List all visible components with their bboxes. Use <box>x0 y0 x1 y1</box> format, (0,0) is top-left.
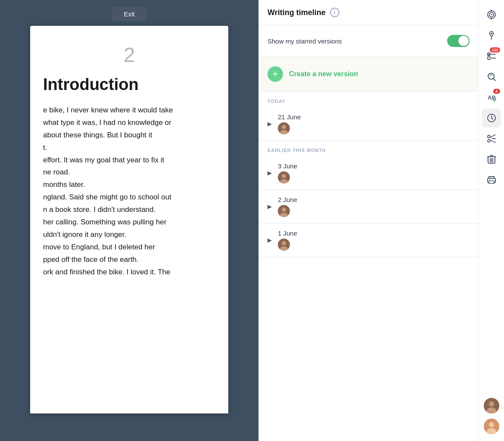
plus-button[interactable]: + <box>268 66 283 82</box>
info-label: i <box>334 9 335 16</box>
exit-button[interactable]: Exit <box>112 7 146 21</box>
starred-label: Show my starred versions <box>268 37 342 45</box>
svg-line-30 <box>490 140 495 143</box>
checklist-icon[interactable]: 122 <box>482 47 501 65</box>
section-label: TODAY <box>259 92 478 107</box>
version-info: 3 June <box>278 162 297 183</box>
document-page: 2 Introduction e bike, I never knew wher… <box>30 26 228 413</box>
version-date: 1 June <box>278 230 297 237</box>
page-number: 2 <box>43 43 215 67</box>
version-date: 2 June <box>278 196 297 203</box>
checklist-badge: 122 <box>490 47 500 53</box>
icon-toolbar: 122 AB 4 <box>478 0 504 441</box>
svg-rect-38 <box>489 181 494 183</box>
timeline-section: EARLIER THIS MONTH▶3 June ▶2 June ▶1 Jun… <box>259 141 478 257</box>
version-date: 3 June <box>278 162 297 170</box>
starred-versions-row: Show my starred versions <box>259 25 478 57</box>
version-entry[interactable]: ▶21 June <box>259 107 478 141</box>
version-avatar <box>278 239 290 251</box>
version-entry[interactable]: ▶2 June <box>259 190 478 224</box>
version-date: 21 June <box>278 113 301 121</box>
svg-text:AB: AB <box>488 94 496 101</box>
version-info: 2 June <box>278 196 297 217</box>
toggle-knob <box>458 36 469 46</box>
svg-point-14 <box>491 14 492 16</box>
version-entry[interactable]: ▶1 June <box>259 224 478 257</box>
version-avatar <box>278 205 290 217</box>
svg-point-1 <box>282 125 286 129</box>
history-icon[interactable] <box>482 109 501 127</box>
svg-point-10 <box>282 241 286 245</box>
scissors-icon[interactable] <box>482 129 501 148</box>
right-panel: Writing timeline i Show my starred versi… <box>258 0 504 441</box>
target-icon[interactable] <box>482 5 501 24</box>
starred-toggle[interactable] <box>447 35 470 47</box>
version-info: 21 June <box>278 113 301 134</box>
search-refresh-icon[interactable] <box>482 67 501 86</box>
play-icon: ▶ <box>268 170 272 176</box>
svg-point-44 <box>489 422 494 427</box>
svg-line-29 <box>490 135 495 137</box>
svg-point-7 <box>282 208 286 212</box>
svg-point-28 <box>488 140 490 142</box>
create-version-row[interactable]: + Create a new version <box>259 57 478 92</box>
info-icon[interactable]: i <box>330 8 339 17</box>
timeline-title: Writing timeline <box>268 8 326 17</box>
user-avatar-2[interactable] <box>484 419 499 434</box>
section-label: EARLIER THIS MONTH <box>259 141 478 156</box>
svg-point-4 <box>282 174 286 178</box>
timeline-panel: Writing timeline i Show my starred versi… <box>258 0 478 441</box>
document-title: Introduction <box>43 75 215 94</box>
svg-line-24 <box>493 79 495 81</box>
play-icon: ▶ <box>268 121 272 127</box>
sections-container: TODAY▶21 June EARLIER THIS MONTH▶3 June … <box>259 92 478 257</box>
play-icon: ▶ <box>268 203 272 210</box>
svg-point-17 <box>491 33 492 34</box>
spellcheck-icon[interactable]: AB 4 <box>482 88 501 107</box>
play-icon: ▶ <box>268 237 272 243</box>
trash-icon[interactable] <box>482 150 501 169</box>
document-area: Exit 2 Introduction e bike, I never knew… <box>0 0 258 441</box>
version-avatar <box>278 122 290 134</box>
version-avatar <box>278 171 290 183</box>
svg-point-41 <box>489 401 494 407</box>
timeline-header: Writing timeline i <box>259 0 478 25</box>
timeline-section: TODAY▶21 June <box>259 92 478 141</box>
version-entry[interactable]: ▶3 June <box>259 156 478 190</box>
user-avatar-1[interactable] <box>484 398 499 413</box>
svg-rect-21 <box>488 57 490 59</box>
create-version-label: Create a new version <box>289 70 358 78</box>
version-info: 1 June <box>278 230 297 251</box>
spellcheck-badge: 4 <box>493 89 500 94</box>
document-text: e bike, I never knew where it would take… <box>43 104 215 278</box>
print-icon[interactable] <box>482 171 501 189</box>
svg-point-27 <box>488 135 490 138</box>
pin-icon[interactable] <box>482 26 501 45</box>
